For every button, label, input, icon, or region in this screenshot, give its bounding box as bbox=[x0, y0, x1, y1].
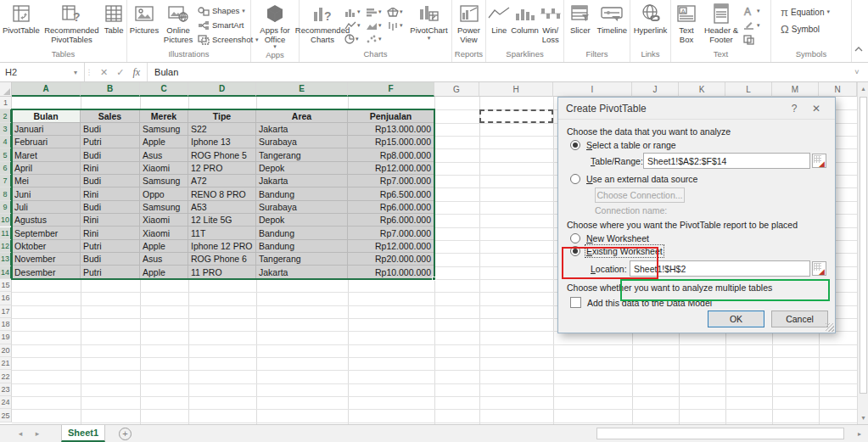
cell-E4[interactable]: Surabaya bbox=[256, 136, 348, 148]
cell-E7[interactable]: Jakarta bbox=[256, 175, 348, 187]
insert-function-icon[interactable]: fx bbox=[132, 66, 140, 79]
location-input[interactable]: Sheet1!$H$2 bbox=[630, 260, 810, 277]
cell-C14[interactable]: Apple bbox=[140, 266, 188, 278]
shapes-button[interactable]: Shapes▾ bbox=[196, 3, 249, 18]
column-header-H[interactable]: H bbox=[479, 82, 553, 97]
row-header-21[interactable]: 21 bbox=[0, 357, 12, 370]
cell-F13[interactable]: Rp20.000.000 bbox=[348, 253, 434, 266]
cell-B8[interactable]: Rini bbox=[81, 187, 140, 200]
cell-D11[interactable]: 11T bbox=[188, 227, 256, 239]
cell-F10[interactable]: Rp6.000.000 bbox=[348, 214, 434, 227]
cell-E13[interactable]: Tangerang bbox=[256, 253, 348, 266]
cell-C2[interactable]: Merek bbox=[140, 109, 188, 122]
cell-D6[interactable]: 12 PRO bbox=[188, 162, 256, 175]
row-header-7[interactable]: 7 bbox=[0, 175, 12, 187]
hyperlink-button[interactable]: Hyperlink bbox=[631, 2, 669, 49]
tab-scroll-left-icon[interactable]: ◂ bbox=[12, 425, 29, 442]
formula-bar-expand-icon[interactable]: ˅ bbox=[846, 63, 868, 81]
row-header-14[interactable]: 14 bbox=[0, 266, 12, 279]
insert-stock-chart-button[interactable]: ▾ bbox=[387, 19, 407, 32]
scroll-right-arrow[interactable]: ▸ bbox=[854, 428, 865, 439]
column-header-A[interactable]: A bbox=[12, 82, 81, 97]
cell-C10[interactable]: Xiaomi bbox=[140, 214, 188, 227]
header-footer-button[interactable]: Header & Footer bbox=[701, 2, 742, 49]
cell-B13[interactable]: Budi bbox=[81, 253, 140, 266]
cell-D2[interactable]: Tipe bbox=[188, 109, 256, 122]
name-box-dropdown-icon[interactable]: ▾ bbox=[74, 69, 77, 76]
row-header-17[interactable]: 17 bbox=[0, 305, 12, 318]
cell-A12[interactable]: Oktober bbox=[12, 240, 81, 253]
text-box-button[interactable]: A Text Box bbox=[672, 2, 701, 49]
cell-E9[interactable]: Surabaya bbox=[256, 201, 348, 214]
cell-B4[interactable]: Putri bbox=[81, 136, 140, 148]
location-picker-button[interactable]: ◢ bbox=[812, 261, 826, 276]
radio-new-worksheet[interactable]: New Worksheet bbox=[567, 233, 826, 243]
row-header-18[interactable]: 18 bbox=[0, 318, 12, 331]
data-model-checkbox[interactable] bbox=[570, 297, 581, 308]
cell-F8[interactable]: Rp6.500.000 bbox=[348, 187, 434, 200]
cell-A3[interactable]: Januari bbox=[12, 123, 81, 136]
cell-B6[interactable]: Rini bbox=[81, 162, 140, 175]
insert-line-chart-button[interactable]: ▾ bbox=[344, 19, 365, 32]
name-box[interactable]: H2 ▾ bbox=[0, 63, 85, 81]
insert-column-chart-button[interactable]: ▾ bbox=[344, 5, 365, 19]
scroll-up-arrow[interactable]: ▴ bbox=[858, 82, 868, 95]
cell-A4[interactable]: Februari bbox=[12, 136, 81, 148]
cell-D5[interactable]: ROG Phone 5 bbox=[188, 148, 256, 161]
row-header-2[interactable]: 2 bbox=[0, 109, 12, 122]
slicer-button[interactable]: Slicer bbox=[565, 2, 596, 49]
row-header-20[interactable]: 20 bbox=[0, 344, 12, 357]
cell-A10[interactable]: Agustus bbox=[12, 214, 81, 227]
cell-A14[interactable]: Desember bbox=[12, 266, 81, 278]
table-button[interactable]: Table bbox=[102, 2, 126, 49]
cell-A2[interactable]: Bulan bbox=[12, 109, 81, 122]
column-header-J[interactable]: J bbox=[632, 82, 679, 97]
row-header-23[interactable]: 23 bbox=[0, 383, 12, 396]
scroll-down-arrow[interactable]: ▾ bbox=[858, 411, 868, 424]
ok-button[interactable]: OK bbox=[708, 311, 764, 327]
column-header-C[interactable]: C bbox=[140, 82, 188, 97]
column-header-G[interactable]: G bbox=[434, 82, 479, 97]
row-header-8[interactable]: 8 bbox=[0, 187, 12, 200]
add-sheet-button[interactable]: + bbox=[119, 428, 132, 440]
cell-C11[interactable]: Xiaomi bbox=[140, 227, 188, 239]
column-header-E[interactable]: E bbox=[256, 82, 348, 97]
timeline-button[interactable]: Timeline bbox=[596, 2, 629, 49]
cell-F12[interactable]: Rp12.000.000 bbox=[348, 240, 434, 253]
radio-external-source[interactable]: Use an external data source bbox=[567, 174, 826, 184]
cell-D4[interactable]: Iphone 13 bbox=[188, 136, 256, 148]
cell-A6[interactable]: April bbox=[12, 162, 81, 175]
cell-B7[interactable]: Budi bbox=[81, 175, 140, 187]
cell-F9[interactable]: Rp6.000.000 bbox=[348, 201, 434, 214]
insert-radar-chart-button[interactable]: ▾ bbox=[387, 5, 407, 19]
column-header-I[interactable]: I bbox=[553, 82, 632, 97]
screenshot-button[interactable]: Screenshot▾ bbox=[196, 32, 249, 47]
row-header-9[interactable]: 9 bbox=[0, 201, 12, 214]
formula-input[interactable]: Bulan bbox=[148, 63, 846, 81]
cell-F2[interactable]: Penjualan bbox=[348, 109, 434, 122]
cell-D3[interactable]: S22 bbox=[188, 123, 256, 136]
pivotchart-button[interactable]: PivotChart ▾ bbox=[407, 2, 451, 49]
cell-F5[interactable]: Rp8.000.000 bbox=[348, 148, 434, 161]
pictures-button[interactable]: Pictures bbox=[128, 2, 160, 49]
column-header-B[interactable]: B bbox=[81, 82, 140, 97]
signature-line-button[interactable]: ▾ bbox=[742, 18, 767, 32]
row-header-11[interactable]: 11 bbox=[0, 227, 12, 240]
cell-F11[interactable]: Rp7.000.000 bbox=[348, 227, 434, 239]
marquee-cell-H2[interactable] bbox=[479, 109, 553, 122]
cell-A5[interactable]: Maret bbox=[12, 148, 81, 161]
cell-B9[interactable]: Budi bbox=[81, 201, 140, 214]
cell-E11[interactable]: Bandung bbox=[256, 227, 348, 239]
cell-E2[interactable]: Area bbox=[256, 109, 348, 122]
cell-F7[interactable]: Rp7.000.000 bbox=[348, 175, 434, 187]
insert-scatter-chart-button[interactable]: ▾ bbox=[366, 32, 386, 46]
row-header-12[interactable]: 12 bbox=[0, 240, 12, 253]
dialog-title-bar[interactable]: Create PivotTable ? ✕ bbox=[558, 98, 835, 120]
cell-E12[interactable]: Bandung bbox=[256, 240, 348, 253]
cell-B2[interactable]: Sales bbox=[81, 109, 140, 122]
cell-E14[interactable]: Jakarta bbox=[256, 266, 348, 278]
cell-E10[interactable]: Depok bbox=[256, 214, 348, 227]
cell-C5[interactable]: Asus bbox=[140, 148, 188, 161]
column-header-M[interactable]: M bbox=[772, 82, 819, 97]
row-header-25[interactable]: 25 bbox=[0, 409, 12, 422]
